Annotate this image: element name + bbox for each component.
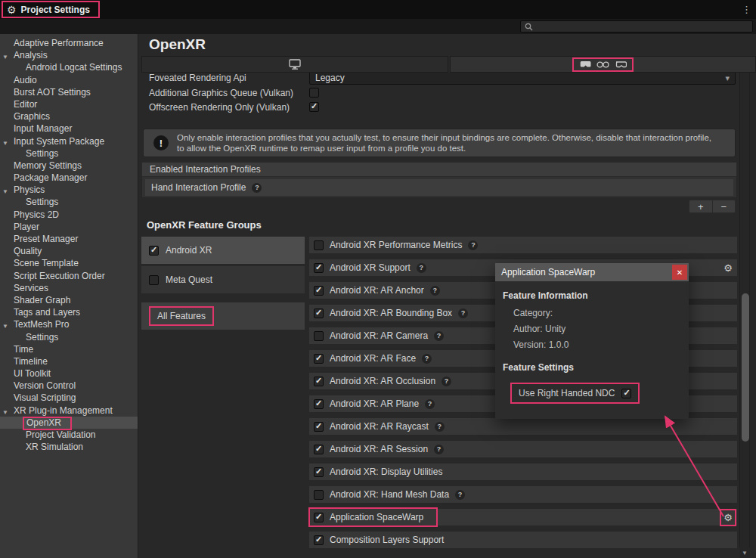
- sidebar-item[interactable]: Adaptive Performance: [0, 37, 138, 49]
- sidebar-item[interactable]: Audio: [0, 74, 138, 86]
- feature-label: Android XR: AR Face: [330, 353, 416, 364]
- sidebar-item[interactable]: Burst AOT Settings: [0, 86, 138, 98]
- sidebar-item[interactable]: Input Manager: [0, 122, 138, 135]
- popup-header[interactable]: Application SpaceWarp: [495, 263, 689, 281]
- feature-checkbox[interactable]: [314, 263, 324, 273]
- vertical-scrollbar[interactable]: [739, 73, 750, 547]
- sidebar-item[interactable]: Input System Package: [0, 135, 138, 147]
- help-icon[interactable]: [430, 286, 440, 296]
- feature-checkbox[interactable]: [314, 331, 324, 341]
- search-box[interactable]: [520, 20, 753, 33]
- kebab-menu-icon[interactable]: [742, 4, 751, 15]
- feature-row[interactable]: Android XR: AR Session: [309, 441, 737, 457]
- feature-checkbox[interactable]: [314, 286, 324, 296]
- sidebar-item[interactable]: Editor: [0, 98, 138, 110]
- sidebar-item[interactable]: Shader Graph: [0, 294, 138, 306]
- sidebar-item[interactable]: Quality: [0, 245, 138, 257]
- feature-settings-gear-icon[interactable]: [723, 513, 733, 522]
- help-icon[interactable]: [252, 183, 262, 193]
- feature-checkbox[interactable]: [314, 445, 324, 454]
- sidebar-item[interactable]: Android Logcat Settings: [0, 61, 138, 73]
- foveated-rendering-api-dropdown[interactable]: Legacy: [309, 73, 736, 85]
- sidebar-item[interactable]: XR Plug-in Management: [0, 405, 138, 417]
- sidebar-item-label: Version Control: [14, 380, 76, 391]
- feature-checkbox[interactable]: [314, 240, 324, 250]
- help-icon[interactable]: [435, 422, 445, 432]
- sidebar-item[interactable]: Physics 2D: [0, 209, 138, 221]
- tab-xr-devices[interactable]: [450, 56, 756, 73]
- offscreen-rendering-row: Offscreen Rendering Only (Vulkan): [141, 100, 737, 114]
- feature-row[interactable]: Application SpaceWarp: [309, 509, 737, 525]
- help-icon[interactable]: [468, 240, 478, 250]
- feature-checkbox[interactable]: [314, 467, 324, 477]
- sidebar-item[interactable]: Physics: [0, 184, 138, 196]
- additional-graphics-queue-checkbox[interactable]: [309, 88, 319, 98]
- sidebar-item[interactable]: Version Control: [0, 380, 138, 392]
- sidebar-item[interactable]: Visual Scripting: [0, 392, 138, 404]
- close-icon[interactable]: [672, 265, 687, 280]
- sidebar-item[interactable]: Project Validation: [0, 429, 138, 441]
- sidebar-item[interactable]: Graphics: [0, 110, 138, 122]
- feature-group-row[interactable]: Meta Quest: [141, 266, 305, 293]
- platform-tabbar: [141, 56, 756, 73]
- feature-settings-gear-icon[interactable]: [723, 263, 733, 273]
- sidebar-item[interactable]: UI Toolkit: [0, 367, 138, 380]
- sidebar-item[interactable]: Services: [0, 282, 138, 294]
- scrollbar-thumb[interactable]: [742, 293, 749, 442]
- help-icon[interactable]: [434, 331, 444, 341]
- sidebar-item[interactable]: Tags and Layers: [0, 306, 138, 318]
- feature-label: Android XR Performance Metrics: [330, 240, 462, 250]
- sidebar-item[interactable]: Package Manager: [0, 172, 138, 184]
- sidebar-item[interactable]: OpenXR: [0, 417, 138, 429]
- help-icon[interactable]: [455, 490, 465, 500]
- sidebar-item[interactable]: Timeline: [0, 355, 138, 367]
- add-profile-button[interactable]: [689, 200, 712, 212]
- help-icon[interactable]: [458, 308, 468, 318]
- group-checkbox[interactable]: [149, 246, 159, 256]
- sidebar-item[interactable]: Time: [0, 343, 138, 355]
- feature-row[interactable]: Android XR: Hand Mesh Data: [309, 486, 737, 503]
- search-input[interactable]: [536, 22, 748, 31]
- scroll-down-arrow[interactable]: [739, 547, 750, 558]
- feature-row[interactable]: Android XR Performance Metrics: [309, 237, 737, 253]
- sidebar-item[interactable]: Player: [0, 221, 138, 233]
- feature-checkbox[interactable]: [314, 490, 324, 500]
- feature-group-row[interactable]: Android XR: [141, 237, 305, 264]
- feature-row[interactable]: Android XR: AR Raycast: [309, 418, 737, 435]
- sidebar-item[interactable]: XR Simulation: [0, 441, 138, 453]
- sidebar-item[interactable]: Settings: [0, 147, 138, 160]
- help-icon[interactable]: [434, 445, 444, 454]
- offscreen-rendering-checkbox[interactable]: [309, 102, 319, 112]
- sidebar-item[interactable]: TextMesh Pro: [0, 318, 138, 330]
- remove-profile-button[interactable]: [712, 200, 736, 212]
- ndc-checkbox[interactable]: [621, 389, 631, 398]
- additional-graphics-queue-label: Additional Graphics Queue (Vulkan): [141, 88, 309, 98]
- feature-checkbox[interactable]: [314, 535, 324, 545]
- feature-row[interactable]: Composition Layers Support: [309, 532, 737, 548]
- sidebar-item[interactable]: Settings: [0, 331, 138, 343]
- hand-interaction-profile-row[interactable]: Hand Interaction Profile: [145, 179, 733, 196]
- sidebar-item[interactable]: Script Execution Order: [0, 270, 138, 282]
- feature-checkbox[interactable]: [314, 399, 324, 409]
- feature-row[interactable]: Android XR: Display Utilities: [309, 463, 737, 480]
- sidebar-item[interactable]: Settings: [0, 196, 138, 208]
- help-icon[interactable]: [425, 399, 435, 409]
- feature-label: Android XR: Hand Mesh Data: [330, 489, 449, 500]
- help-icon[interactable]: [417, 263, 426, 273]
- help-icon[interactable]: [442, 377, 451, 386]
- sidebar-item[interactable]: Analysis: [0, 49, 138, 61]
- sidebar-item[interactable]: Memory Settings: [0, 160, 138, 172]
- feature-checkbox[interactable]: [314, 513, 324, 522]
- feature-checkbox[interactable]: [314, 354, 324, 364]
- feature-checkbox[interactable]: [314, 377, 324, 386]
- profiles-header-label: Enabled Interaction Profiles: [150, 164, 261, 175]
- feature-checkbox[interactable]: [314, 308, 324, 318]
- sidebar-item[interactable]: Scene Template: [0, 257, 138, 269]
- sidebar-item[interactable]: Preset Manager: [0, 233, 138, 245]
- tab-desktop[interactable]: [141, 56, 448, 73]
- feature-group-row[interactable]: All Features: [141, 302, 305, 330]
- help-icon[interactable]: [422, 354, 432, 364]
- group-checkbox[interactable]: [149, 275, 159, 285]
- group-label: All Features: [149, 306, 214, 326]
- feature-checkbox[interactable]: [314, 422, 324, 432]
